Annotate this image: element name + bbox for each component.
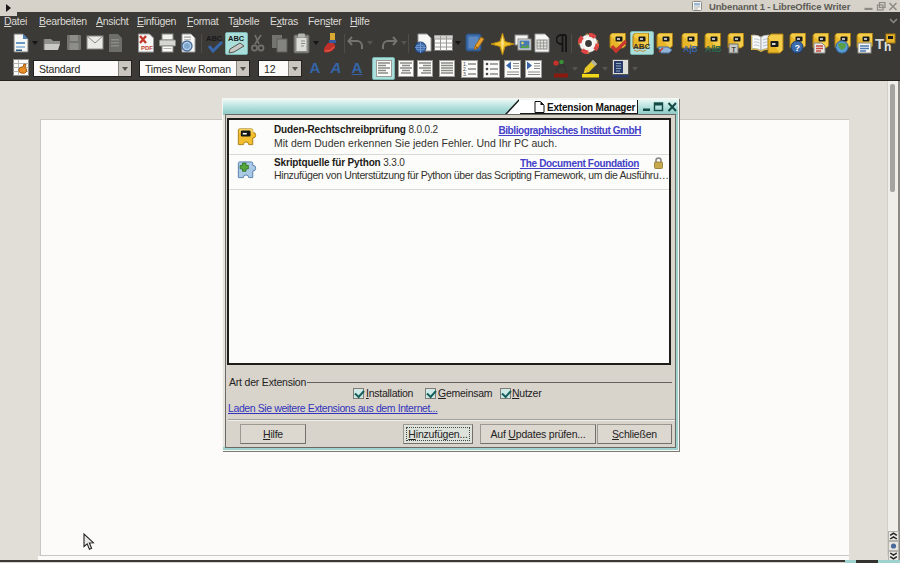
svg-text:h: h <box>884 40 891 53</box>
svg-text:T: T <box>875 35 884 52</box>
svg-text:ABC: ABC <box>633 42 651 51</box>
svg-text:PDF: PDF <box>141 45 153 51</box>
svg-text:?: ? <box>795 43 801 53</box>
svg-text:ABC: ABC <box>228 34 245 43</box>
svg-text:3.: 3. <box>463 71 467 77</box>
svg-text:T: T <box>732 46 737 53</box>
svg-text:A|B: A|B <box>683 44 698 54</box>
svg-text:A‖B: A‖B <box>705 44 722 54</box>
